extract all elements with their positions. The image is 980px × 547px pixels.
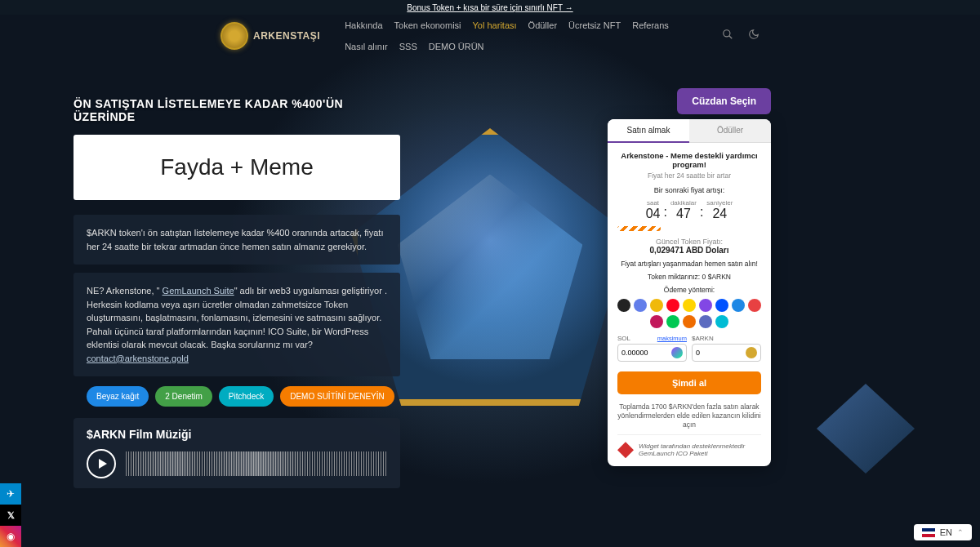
payment-option-4[interactable] [683, 299, 696, 312]
cd-seconds: 24 [706, 207, 733, 221]
search-icon[interactable] [722, 29, 733, 43]
chevron-up-icon: ⌃ [957, 528, 964, 536]
nav-referral[interactable]: Referans [632, 20, 669, 30]
contact-email-link[interactable]: contact@arkenstone.gold [87, 354, 189, 363]
svg-line-1 [729, 36, 733, 39]
payment-option-9[interactable] [650, 315, 663, 328]
payment-option-8[interactable] [748, 299, 761, 312]
unlock-text: Toplamda 1700 $ARKN'den fazla satın alar… [617, 402, 761, 429]
main-nav: Hakkında Token ekonomisi Yol haritası Öd… [345, 20, 704, 51]
payment-option-7[interactable] [732, 299, 745, 312]
tagline: ÖN SATIŞTAN LİSTELEMEYE KADAR %400'ÜN ÜZ… [74, 97, 400, 123]
promo-banner[interactable]: Bonus Token + kısa bir süre için sınırlı… [0, 0, 980, 16]
presale-widget: Satın almak Ödüller Arkenstone - Meme de… [608, 119, 771, 466]
payment-option-2[interactable] [650, 299, 663, 312]
payment-option-11[interactable] [683, 315, 696, 328]
brand-name: ARKENSTAŞI [253, 30, 320, 42]
telegram-icon[interactable]: ✈ [0, 483, 21, 505]
payment-option-10[interactable] [666, 315, 679, 328]
audio-title: $ARKN Film Müziği [87, 428, 387, 441]
widget-tabs: Satın almak Ödüller [608, 119, 771, 143]
connect-wallet-button[interactable]: Cüzdan Seçin [677, 88, 771, 114]
logo[interactable]: ARKENSTAŞI [220, 22, 320, 50]
headline: Fayda + Meme [74, 135, 400, 200]
audit-button[interactable]: 2 Denetim [155, 386, 212, 407]
flag-icon [922, 528, 935, 537]
footer-line2: GemLaunch ICO Paketi [639, 450, 745, 457]
arkn-input[interactable] [696, 349, 737, 357]
desc2-prefix: NE? Arkenstone, " [87, 286, 163, 296]
hero-content: ÖN SATIŞTAN LİSTELEMEYE KADAR %400'ÜN ÜZ… [74, 97, 400, 488]
cd-sec-label: saniyeler [706, 199, 733, 207]
payment-option-5[interactable] [699, 299, 712, 312]
description-1: $ARKN token'ı ön satıştan listelemeye ka… [74, 215, 400, 265]
nav-roadmap[interactable]: Yol haritası [473, 20, 517, 30]
nav-howtobuy[interactable]: Nasıl alınır [345, 42, 388, 51]
gemlaunch-link[interactable]: GemLaunch Suite [163, 286, 234, 296]
widget-subtitle: Fiyat her 24 saatte bir artar [617, 171, 761, 180]
promo-link[interactable]: Bonus Token + kısa bir süre için sınırlı… [407, 3, 572, 12]
price-value: 0,029471 ABD Doları [617, 246, 761, 255]
widget-title: Arkenstone - Meme destekli yardımcı prog… [617, 151, 761, 169]
demo-button[interactable]: DEMO SUİTİNİ DENEYİN [280, 386, 394, 407]
sol-label: SOL [617, 335, 630, 342]
nav-tokenomics[interactable]: Token ekonomisi [394, 20, 461, 30]
payment-option-3[interactable] [666, 299, 679, 312]
sol-icon [671, 347, 683, 358]
tab-rewards[interactable]: Ödüller [689, 119, 771, 143]
description-2: NE? Arkenstone, " GemLaunch Suite" adlı … [74, 273, 400, 376]
audio-player: $ARKN Film Müziği [74, 418, 400, 488]
cd-min-label: dakikalar [670, 199, 697, 207]
small-gem-image [817, 384, 915, 474]
tab-buy[interactable]: Satın almak [608, 119, 689, 143]
pay-method-label: Ödeme yöntemi: [617, 286, 761, 294]
payment-option-0[interactable] [617, 299, 630, 312]
whitepaper-button[interactable]: Beyaz kağıt [87, 386, 149, 407]
nav-demo[interactable]: DEMO ÜRÜN [429, 42, 484, 51]
language-selector[interactable]: EN ⌃ [914, 524, 972, 540]
gemlaunch-icon [617, 442, 634, 458]
cta-buttons: Beyaz kağıt 2 Denetim Pitchdeck DEMO SUİ… [87, 386, 400, 407]
social-sidebar: ✈ 𝕏 ◉ [0, 483, 21, 547]
nav-about[interactable]: Hakkında [345, 20, 382, 30]
cd-hours: 04 [646, 207, 661, 221]
lang-code: EN [940, 527, 952, 537]
footer-line1: Widget tarafından desteklenmektedir [639, 442, 745, 450]
x-icon[interactable]: 𝕏 [0, 505, 21, 526]
theme-toggle-icon[interactable] [748, 29, 760, 43]
buy-now-button[interactable]: Şimdi al [617, 371, 761, 394]
countdown: saat04 : dakikalar47 : saniyeler24 [617, 199, 761, 221]
buy-prompt: Fiyat artışları yaşanmadan hemen satın a… [617, 260, 761, 268]
nav-faq[interactable]: SSS [399, 42, 417, 51]
cd-minutes: 47 [670, 207, 697, 221]
cd-hours-label: saat [646, 199, 661, 207]
next-price-label: Bir sonraki fiyat artışı: [617, 186, 761, 194]
logo-icon [220, 22, 248, 50]
max-link[interactable]: maksimum [657, 335, 687, 342]
instagram-icon[interactable]: ◉ [0, 526, 21, 547]
payment-option-12[interactable] [699, 315, 712, 328]
svg-point-0 [724, 30, 730, 37]
header: ARKENSTAŞI Hakkında Token ekonomisi Yol … [0, 16, 980, 56]
play-icon [99, 459, 107, 469]
price-label: Güncel Token Fiyatı: [617, 238, 761, 246]
payment-option-6[interactable] [715, 299, 728, 312]
your-tokens: Token miktarınız: 0 $ARKN [617, 273, 761, 281]
arkn-label: $ARKN [692, 335, 761, 342]
progress-bar [617, 226, 661, 231]
nav-nft[interactable]: Ücretsiz NFT [568, 20, 621, 30]
payment-option-1[interactable] [634, 299, 647, 312]
pitchdeck-button[interactable]: Pitchdeck [219, 386, 274, 407]
payment-option-13[interactable] [715, 315, 728, 328]
arkn-icon [746, 347, 757, 358]
nav-rewards[interactable]: Ödüller [528, 20, 557, 30]
widget-footer: Widget tarafından desteklenmektedirGemLa… [617, 434, 761, 458]
audio-waveform[interactable] [126, 451, 387, 476]
sol-input[interactable] [621, 349, 662, 357]
payment-icons [617, 299, 761, 328]
play-button[interactable] [87, 449, 116, 478]
